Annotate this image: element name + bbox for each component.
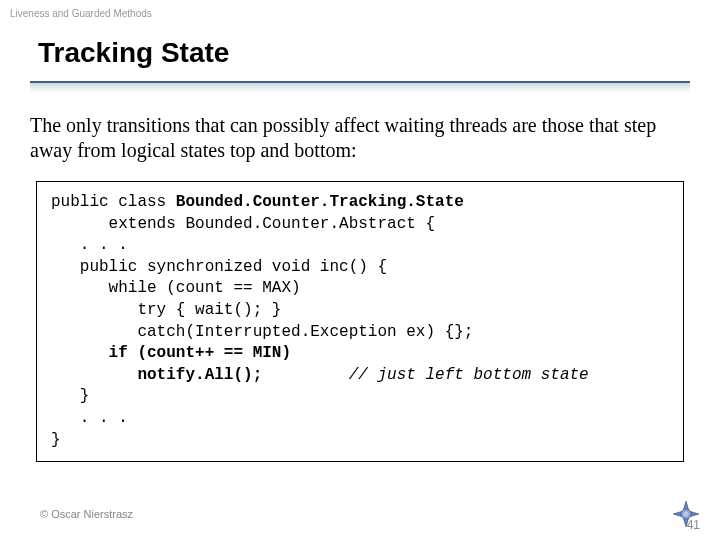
title-divider	[0, 81, 720, 93]
code-line: while (count == MAX)	[51, 279, 301, 297]
body-paragraph: The only transitions that can possibly a…	[0, 93, 720, 173]
page-number: 41	[687, 518, 700, 532]
code-line: try { wait(); }	[51, 301, 281, 319]
footer: © Oscar Nierstrasz	[40, 500, 700, 528]
code-line: extends Bounded.Counter.Abstract {	[51, 215, 435, 233]
code-line: notify.All();	[51, 366, 262, 384]
code-line: catch(Interrupted.Exception ex) {};	[51, 323, 473, 341]
code-line: }	[51, 387, 89, 405]
breadcrumb: Liveness and Guarded Methods	[0, 0, 720, 19]
code-line: }	[51, 431, 61, 449]
code-line: public class	[51, 193, 176, 211]
code-line: . . .	[51, 236, 128, 254]
copyright-text: © Oscar Nierstrasz	[40, 508, 133, 520]
code-classname: Bounded.Counter.Tracking.State	[176, 193, 464, 211]
page-title: Tracking State	[0, 19, 720, 81]
code-comment: // just left bottom state	[262, 366, 588, 384]
code-line: if (count++ == MIN)	[51, 344, 291, 362]
code-line: public synchronized void inc() {	[51, 258, 387, 276]
code-block: public class Bounded.Counter.Tracking.St…	[36, 181, 684, 462]
svg-point-3	[684, 512, 689, 517]
code-line: . . .	[51, 409, 128, 427]
